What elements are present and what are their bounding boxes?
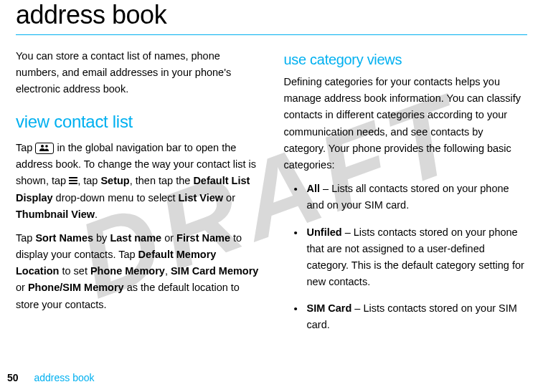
setup-label: Setup xyxy=(100,175,129,186)
svg-rect-3 xyxy=(69,180,77,181)
two-column-layout: You can store a contact list of names, p… xyxy=(16,48,527,344)
title-divider xyxy=(16,34,527,35)
category-all-label: All xyxy=(307,183,321,194)
page-content: address book You can store a contact lis… xyxy=(0,0,543,344)
menu-icon xyxy=(69,175,77,188)
view-contact-list-p2: Tap Sort Names by Last name or First Nam… xyxy=(16,230,260,313)
svg-point-1 xyxy=(46,145,49,148)
thumbnail-view-label: Thumbnail View xyxy=(16,209,95,220)
footer-breadcrumb: address book xyxy=(34,372,94,383)
svg-rect-4 xyxy=(69,183,77,184)
right-column: use category views Defining categories f… xyxy=(284,48,528,344)
last-name-label: Last name xyxy=(110,232,161,244)
category-sim-card-label: SIM Card xyxy=(307,302,352,314)
page-footer: 50 address book xyxy=(7,372,95,383)
svg-rect-2 xyxy=(69,177,77,178)
first-name-label: First Name xyxy=(176,232,230,244)
view-contact-list-p1: Tap in the global navigation bar to open… xyxy=(16,140,260,223)
category-list: All – Lists all contacts stored on your … xyxy=(284,181,528,334)
intro-paragraph: You can store a contact list of names, p… xyxy=(16,48,260,98)
svg-point-0 xyxy=(41,145,44,148)
phone-sim-memory-label: Phone/SIM Memory xyxy=(28,282,124,293)
page-number: 50 xyxy=(7,372,19,383)
list-view-label: List View xyxy=(179,192,224,204)
category-unfiled-label: Unfiled xyxy=(307,226,342,238)
sort-names-label: Sort Names xyxy=(35,232,93,244)
use-category-views-intro: Defining categories for your contacts he… xyxy=(284,74,528,173)
left-column: You can store a contact list of names, p… xyxy=(16,48,260,344)
contacts-icon xyxy=(35,143,54,154)
use-category-views-heading: use category views xyxy=(284,48,528,71)
list-item: All – Lists all contacts stored on your … xyxy=(284,181,528,214)
sim-card-memory-label: SIM Card Memory xyxy=(171,265,258,277)
list-item: Unfiled – Lists contacts stored on your … xyxy=(284,224,528,291)
list-item: SIM Card – Lists contacts stored on your… xyxy=(284,300,528,333)
view-contact-list-heading: view contact list xyxy=(16,108,260,135)
page-title: address book xyxy=(16,0,527,30)
phone-memory-label: Phone Memory xyxy=(90,265,165,277)
